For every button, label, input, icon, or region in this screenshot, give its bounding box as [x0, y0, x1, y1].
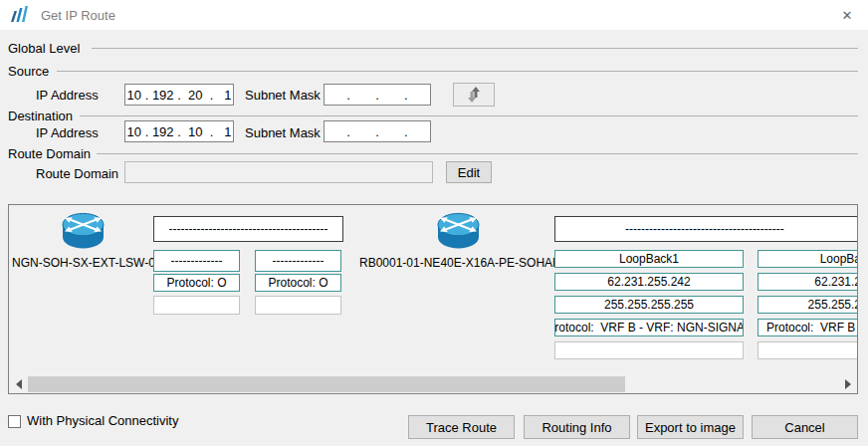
route-trace-panel: NGN-SOH-SX-EXT-LSW-0 -------------------…: [8, 204, 858, 394]
empty-cell[interactable]: [255, 296, 341, 315]
destination-ip-input[interactable]: 10 . 192 . 10 . 1: [124, 120, 234, 142]
empty-cell[interactable]: [758, 341, 858, 359]
export-to-image-button[interactable]: Export to image: [637, 415, 744, 439]
router-icon: [60, 210, 107, 251]
source-divider: [57, 71, 858, 72]
cancel-button[interactable]: Cancel: [752, 415, 858, 439]
app-logo-icon: [10, 5, 32, 25]
scroll-left-icon: [16, 379, 22, 389]
with-physical-connectivity-checkbox[interactable]: [8, 415, 21, 428]
link-header-box[interactable]: ----------------------------------------: [554, 216, 858, 242]
dialog-title: Get IP Route: [41, 8, 115, 23]
get-ip-route-dialog: Get IP Route ✕ Global Level Source IP Ad…: [0, 0, 868, 446]
mask-cell[interactable]: 255.255.255.255: [554, 296, 744, 314]
route-domain-divider: [97, 153, 858, 154]
protocol-cell[interactable]: Protocol: O: [255, 274, 341, 292]
routing-info-button[interactable]: Routing Info: [524, 415, 630, 439]
ip-cell[interactable]: 62.231.255.242: [554, 273, 744, 291]
destination-mask-input[interactable]: . . .: [324, 120, 431, 142]
interface-cell[interactable]: LoopBack1: [554, 250, 744, 268]
interface-cell[interactable]: -------------: [255, 250, 341, 272]
protocol-cell[interactable]: Protocol: VRF B - VR: [758, 319, 858, 336]
route-domain-field-label: Route Domain: [36, 166, 118, 181]
global-level-divider: [92, 48, 858, 49]
route-domain-group-label: Route Domain: [8, 146, 91, 161]
interface-cell[interactable]: LoopBa: [758, 250, 858, 268]
scroll-right-icon: [845, 379, 851, 389]
ip-cell[interactable]: 62.231.2: [758, 273, 858, 291]
trace-route-button[interactable]: Trace Route: [408, 415, 515, 439]
link-header-box[interactable]: ----------------------------------------: [153, 216, 343, 242]
title-bar: Get IP Route ✕: [0, 0, 868, 30]
swap-source-destination-button[interactable]: [453, 83, 495, 107]
scroll-right-button[interactable]: [839, 376, 856, 392]
edit-button[interactable]: Edit: [446, 161, 492, 183]
destination-label: Destination: [8, 109, 73, 123]
mask-cell[interactable]: 255.255.2: [758, 296, 858, 314]
source-ip-input[interactable]: 10 . 192 . 20 . 1: [124, 84, 234, 106]
source-mask-input[interactable]: . . .: [324, 84, 431, 106]
interface-cell[interactable]: -------------: [153, 250, 240, 272]
destination-divider: [80, 115, 858, 116]
device-name[interactable]: RB0001-01-NE40E-X16A-PE-SOHAR: [359, 256, 558, 270]
device-name[interactable]: NGN-SOH-SX-EXT-LSW-0: [9, 256, 158, 270]
destination-mask-label: Subnet Mask: [245, 125, 321, 140]
source-label: Source: [8, 64, 49, 79]
with-physical-connectivity-label: With Physical Connectivity: [27, 413, 178, 428]
protocol-cell[interactable]: Protocol: O: [153, 274, 240, 292]
close-icon[interactable]: ✕: [836, 4, 858, 26]
protocol-cell[interactable]: Protocol: VRF B - VRF: NGN-SIGNAL: [554, 319, 744, 336]
route-domain-input[interactable]: [124, 161, 433, 183]
global-level-label: Global Level: [8, 41, 80, 56]
horizontal-scrollbar[interactable]: [10, 376, 856, 392]
source-mask-label: Subnet Mask: [245, 88, 321, 103]
destination-ip-label: IP Address: [36, 125, 99, 140]
swap-arrows-icon: [465, 86, 483, 104]
empty-cell[interactable]: [153, 296, 240, 315]
empty-cell[interactable]: [554, 341, 744, 359]
scroll-left-button[interactable]: [10, 376, 27, 392]
router-icon: [435, 210, 482, 251]
scrollbar-thumb[interactable]: [28, 376, 625, 392]
source-ip-label: IP Address: [36, 88, 99, 103]
